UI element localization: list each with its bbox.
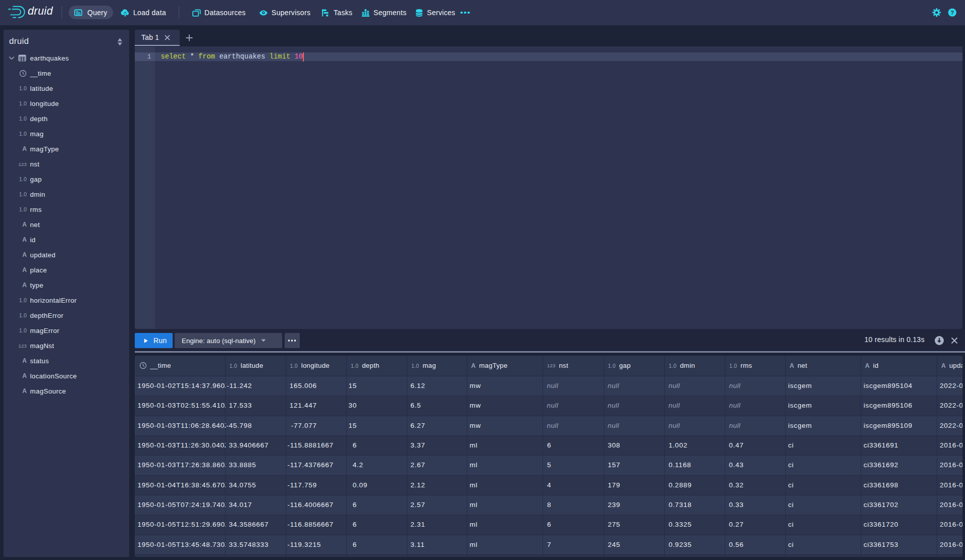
svg-text:?: ? xyxy=(950,10,954,16)
